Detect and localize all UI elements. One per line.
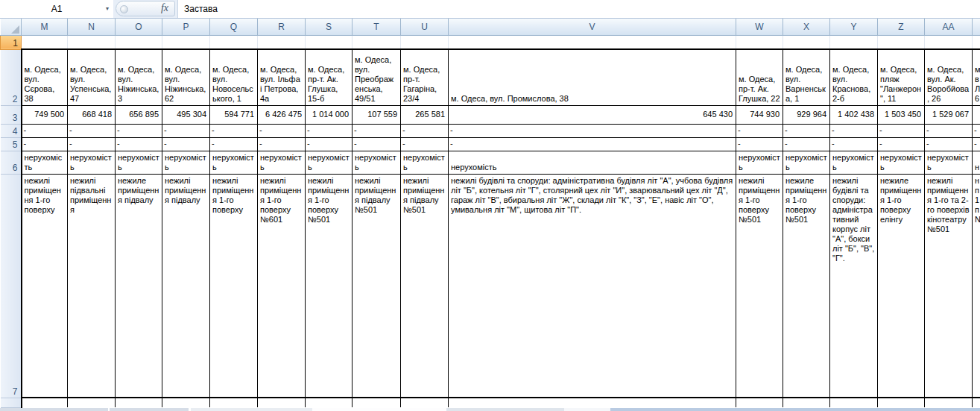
column-header-R[interactable]: R	[258, 19, 306, 35]
cell-Q[interactable]	[210, 398, 258, 407]
cell-AA7[interactable]: нежилі приміщення 1-го та 2-го поверхів …	[925, 174, 973, 398]
cell-N4[interactable]: -	[68, 124, 116, 137]
row-header-4[interactable]: 4	[1, 124, 22, 137]
cell-P2[interactable]: м. Одеса, вул. Ніжинська, 62	[162, 49, 210, 105]
cell-V4[interactable]: -	[449, 124, 736, 137]
cell-X6[interactable]: нерухомість	[783, 151, 830, 174]
cell-partial[interactable]	[973, 398, 980, 407]
cell-Z7[interactable]: нежиле приміщення 1-го поверху елінгу	[878, 174, 925, 398]
sheet-tab-strip-segment[interactable]	[191, 408, 312, 411]
cell-X4[interactable]: -	[783, 124, 830, 137]
row-header-partial[interactable]	[1, 398, 22, 407]
cell-S[interactable]	[306, 398, 353, 407]
row-header-1[interactable]: 1	[1, 35, 22, 49]
column-header-X[interactable]: X	[783, 19, 830, 35]
row-header-3[interactable]: 3	[1, 105, 22, 124]
cell-N6[interactable]: нерухомість	[68, 151, 116, 174]
column-header-N[interactable]: N	[68, 19, 116, 35]
column-header-O[interactable]: O	[116, 19, 162, 35]
cell-U1[interactable]	[401, 35, 449, 49]
cell-U4[interactable]: -	[401, 124, 449, 137]
cell-Q3[interactable]: 594 771	[210, 105, 258, 124]
cell-Y5[interactable]: -	[830, 137, 878, 151]
cell-Z2[interactable]: м. Одеса, пляж "Ланжерон", 11	[878, 49, 925, 105]
column-header-U[interactable]: U	[401, 19, 449, 35]
cell-Z5[interactable]: -	[878, 137, 925, 151]
cell-X7[interactable]: нежиле приміщення 1-го поверху №501	[783, 174, 830, 398]
cell-V6[interactable]: нерухомість	[449, 151, 736, 174]
column-header-Y[interactable]: Y	[830, 19, 878, 35]
cell-AA6[interactable]: нерухомість	[925, 151, 973, 174]
cell-X3[interactable]: 929 964	[783, 105, 830, 124]
column-header-M[interactable]: M	[22, 19, 68, 35]
cell-P6[interactable]: нерухомість	[162, 151, 210, 174]
cell-T5[interactable]: -	[353, 137, 401, 151]
sheet-tab-strip-segment[interactable]	[312, 408, 446, 411]
cell-R2[interactable]: м. Одеса, вул. Ільфа і Петрова, 4а	[258, 49, 306, 105]
cell-M7[interactable]: нежилі приміщення 1-го поверху	[22, 174, 68, 398]
cell-N7[interactable]: нежилі підвальні приміщення	[68, 174, 116, 398]
cell-S3[interactable]: 1 014 000	[306, 105, 353, 124]
cell-O6[interactable]: нерухомість	[116, 151, 162, 174]
cell-N1[interactable]	[68, 35, 116, 49]
cell-O5[interactable]: -	[116, 137, 162, 151]
cell-W5[interactable]: -	[736, 137, 783, 151]
cell-Z4[interactable]: -	[878, 124, 925, 137]
cell-R1[interactable]	[258, 35, 306, 49]
cell-P5[interactable]: -	[162, 137, 210, 151]
cell-W2[interactable]: м. Одеса, пр-т. Ак. Глушка, 22	[736, 49, 783, 105]
cell-S7[interactable]: нежилі приміщення 1-го поверху №501	[306, 174, 353, 398]
cell-Q1[interactable]	[210, 35, 258, 49]
cell-T4[interactable]: -	[353, 124, 401, 137]
cell-T2[interactable]: м. Одеса, вул. Преображенська, 49/51	[353, 49, 401, 105]
cell-X5[interactable]: -	[783, 137, 830, 151]
cell-S2[interactable]: м. Одеса, пр-т. Ак. Глушка, 15-б	[306, 49, 353, 105]
cell-M2[interactable]: м. Одеса, вул. Сєрова, 38	[22, 49, 68, 105]
name-box-dropdown-icon[interactable]: ▾	[106, 5, 109, 13]
column-header-V[interactable]: V	[449, 19, 736, 35]
cell-U[interactable]	[401, 398, 449, 407]
cell-AA2[interactable]: м. Одеса, вул. Ак. Воробйова, 26	[925, 49, 973, 105]
cell-S4[interactable]: -	[306, 124, 353, 137]
cell-N[interactable]	[68, 398, 116, 407]
cell-O[interactable]	[116, 398, 162, 407]
cell-M3[interactable]: 749 500	[22, 105, 68, 124]
column-header-Z[interactable]: Z	[878, 19, 925, 35]
cell-P[interactable]	[162, 398, 210, 407]
cell-partial5[interactable]: -	[973, 137, 980, 151]
cell-partial1[interactable]	[973, 35, 980, 49]
cell-Y[interactable]	[830, 398, 878, 407]
row-header-2[interactable]: 2	[1, 49, 22, 105]
formula-input[interactable]: Застава	[177, 0, 980, 18]
cell-O1[interactable]	[116, 35, 162, 49]
sheet-tab-strip-segment[interactable]	[610, 408, 980, 411]
cell-Y4[interactable]: -	[830, 124, 878, 137]
cell-Q6[interactable]: нерухомість	[210, 151, 258, 174]
cell-Q5[interactable]: -	[210, 137, 258, 151]
cell-partial7[interactable]: н п 1 п N	[973, 174, 980, 398]
cell-T3[interactable]: 107 559	[353, 105, 401, 124]
column-header-partial[interactable]	[973, 19, 980, 35]
cell-W4[interactable]: -	[736, 124, 783, 137]
column-header-T[interactable]: T	[353, 19, 401, 35]
cell-N3[interactable]: 668 418	[68, 105, 116, 124]
cell-M[interactable]	[22, 398, 68, 407]
cell-O7[interactable]: нежиле приміщення підвалу	[116, 174, 162, 398]
cell-S6[interactable]: нерухомість	[306, 151, 353, 174]
cell-U7[interactable]: нежилі приміщення підвалу №501	[401, 174, 449, 398]
column-header-P[interactable]: P	[162, 19, 210, 35]
cell-T7[interactable]: нежилі приміщення підвалу №501	[353, 174, 401, 398]
cell-S1[interactable]	[306, 35, 353, 49]
cell-O3[interactable]: 656 895	[116, 105, 162, 124]
cell-Y3[interactable]: 1 402 438	[830, 105, 878, 124]
cell-X2[interactable]: м. Одеса, вул. Варненська, 1	[783, 49, 830, 105]
cell-T6[interactable]: нерухомість	[353, 151, 401, 174]
cell-R3[interactable]: 6 426 475	[258, 105, 306, 124]
cell-Q4[interactable]: -	[210, 124, 258, 137]
cell-AA3[interactable]: 1 529 067	[925, 105, 973, 124]
cell-Y7[interactable]: нежилі будівлі та споруди: адміністратив…	[830, 174, 878, 398]
cell-W7[interactable]: нежилі приміщення 1-го поверху №501	[736, 174, 783, 398]
cell-W6[interactable]: нерухомість	[736, 151, 783, 174]
cell-U3[interactable]: 265 581	[401, 105, 449, 124]
cell-O2[interactable]: м. Одеса, вул. Ніжинська, 3	[116, 49, 162, 105]
